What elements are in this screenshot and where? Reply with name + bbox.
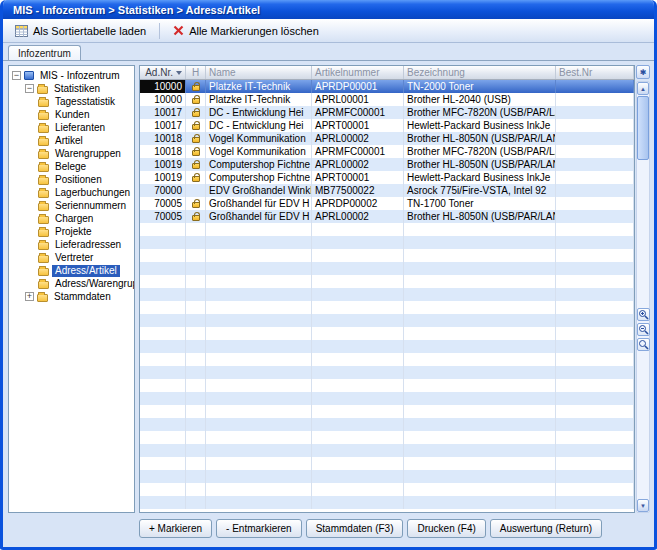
title-bar[interactable]: MIS - Infozentrum > Statistiken > Adress…	[3, 0, 654, 19]
tree-item-statistiken[interactable]: −Statistiken	[9, 82, 134, 95]
table-row-empty[interactable]	[140, 418, 634, 431]
cell-empty	[312, 470, 404, 483]
load-sort-table-button[interactable]: Als Sortiertabelle laden	[8, 22, 153, 40]
tree-item-adress-artikel[interactable]: Adress/Artikel	[9, 264, 134, 277]
tree-item-belege[interactable]: Belege	[9, 160, 134, 173]
table-row-empty[interactable]	[140, 262, 634, 275]
table-row-empty[interactable]	[140, 392, 634, 405]
column-header-bestnr[interactable]: Best.Nr	[556, 66, 634, 79]
column-config-button[interactable]: ✱	[636, 65, 650, 79]
cell-artikelnummer: APRL00001	[312, 93, 404, 106]
column-header-adnr[interactable]: Ad.Nr.	[140, 66, 186, 79]
table-row-empty[interactable]	[140, 340, 634, 353]
table-row[interactable]: 10000Platzke IT-TechnikAPRDP00001TN-2000…	[140, 80, 634, 93]
cell-empty	[312, 288, 404, 301]
table-row-empty[interactable]	[140, 457, 634, 470]
tree-item-artikel[interactable]: Artikel	[9, 134, 134, 147]
clear-marks-button[interactable]: Alle Markierungen löschen	[166, 22, 326, 40]
table-row[interactable]: 10019Computershop FichtneAPRT00001Hewlet…	[140, 171, 634, 184]
expand-icon[interactable]: +	[25, 292, 34, 301]
markieren-button[interactable]: + Markieren	[139, 519, 212, 538]
entmarkieren-button[interactable]: - Entmarkieren	[216, 519, 302, 538]
tree-item-warengruppen[interactable]: Warengruppen	[9, 147, 134, 160]
table-row-empty[interactable]	[140, 314, 634, 327]
cell-empty	[140, 340, 186, 353]
zoom-out-button[interactable]	[637, 323, 650, 336]
table-row[interactable]: 70000EDV Großhandel WinklMB77500022Asroc…	[140, 184, 634, 197]
table-row-empty[interactable]	[140, 444, 634, 457]
table-row-empty[interactable]	[140, 379, 634, 392]
table-row-empty[interactable]	[140, 236, 634, 249]
table-row-empty[interactable]	[140, 483, 634, 496]
cell-empty	[404, 405, 556, 418]
main-area: −MIS - Infozentrum−StatistikenTagesstati…	[8, 65, 650, 513]
table-row[interactable]: 10017DC - Entwicklung HeiAPRT00001Hewlet…	[140, 119, 634, 132]
cell-bezeichnung: TN-2000 Toner	[404, 80, 556, 93]
table-row[interactable]: 10018Vogel KommunikationAPRMFC00001Broth…	[140, 145, 634, 158]
cell-adnr: 10019	[140, 171, 186, 184]
cell-empty	[186, 457, 206, 470]
tree-item-lagerbuchungen[interactable]: Lagerbuchungen	[9, 186, 134, 199]
tree-item-positionen[interactable]: Positionen	[9, 173, 134, 186]
zoom-in-button[interactable]	[637, 308, 650, 321]
table-row-empty[interactable]	[140, 431, 634, 444]
tree-item-lieferadressen[interactable]: Lieferadressen	[9, 238, 134, 251]
folder-icon	[38, 151, 49, 159]
cell-bezeichnung: Hewlett-Packard Business InkJe	[404, 171, 556, 184]
tree-item-projekte[interactable]: Projekte	[9, 225, 134, 238]
stammdaten-f3-button[interactable]: Stammdaten (F3)	[306, 519, 404, 538]
collapse-icon[interactable]: −	[12, 71, 21, 80]
scroll-up-icon[interactable]: ▲	[637, 82, 649, 95]
table-row-empty[interactable]	[140, 223, 634, 236]
table-row-empty[interactable]	[140, 301, 634, 314]
tree-item-adress-warengruppen[interactable]: Adress/Warengruppen	[9, 277, 134, 290]
table-row-empty[interactable]	[140, 249, 634, 262]
collapse-icon[interactable]: −	[25, 84, 34, 93]
zoom-button[interactable]	[637, 338, 650, 351]
table-row-empty[interactable]	[140, 275, 634, 288]
drucken-f4-button[interactable]: Drucken (F4)	[407, 519, 485, 538]
tree-item-stammdaten[interactable]: +Stammdaten	[9, 290, 134, 303]
tree-item-mis-infozentrum[interactable]: −MIS - Infozentrum	[9, 69, 134, 82]
tree-item-kunden[interactable]: Kunden	[9, 108, 134, 121]
cell-bestnr	[556, 171, 634, 184]
cell-empty	[404, 431, 556, 444]
table-row-empty[interactable]	[140, 470, 634, 483]
column-header-artikelnummer[interactable]: Artikelnummer	[312, 66, 404, 79]
table-row-empty[interactable]	[140, 496, 634, 509]
table-row[interactable]: 70005Großhandel für EDV HAPRL00002Brothe…	[140, 210, 634, 223]
scrollbar-thumb[interactable]	[637, 96, 649, 160]
scroll-down-icon[interactable]: ▼	[637, 499, 649, 512]
tab-infozentrum[interactable]: Infozentrum	[8, 45, 81, 60]
column-header-h[interactable]: H	[186, 66, 206, 79]
cell-empty	[186, 327, 206, 340]
vertical-scrollbar[interactable]: ▲	[636, 81, 650, 513]
column-header-name[interactable]: Name	[206, 66, 312, 79]
table-row[interactable]: 10000Platzke IT-TechnikAPRL00001Brother …	[140, 93, 634, 106]
cell-empty	[206, 405, 312, 418]
cell-bestnr	[556, 197, 634, 210]
table-row-empty[interactable]	[140, 288, 634, 301]
cell-empty	[206, 496, 312, 509]
tree-item-tagesstatistik[interactable]: Tagesstatistik	[9, 95, 134, 108]
tree-item-lieferanten[interactable]: Lieferanten	[9, 121, 134, 134]
cell-empty	[312, 379, 404, 392]
tree-item-seriennummern[interactable]: Seriennummern	[9, 199, 134, 212]
folder-icon	[38, 229, 49, 237]
sort-desc-icon	[176, 71, 182, 75]
auswertung-return-button[interactable]: Auswertung (Return)	[490, 519, 602, 538]
tree-item-chargen[interactable]: Chargen	[9, 212, 134, 225]
column-header-bezeichnung[interactable]: Bezeichnung	[404, 66, 556, 79]
table-row[interactable]: 10019Computershop FichtneAPRL00002Brothe…	[140, 158, 634, 171]
table-row-empty[interactable]	[140, 353, 634, 366]
cell-empty	[404, 496, 556, 509]
table-row-empty[interactable]	[140, 366, 634, 379]
table-row[interactable]: 10017DC - Entwicklung HeiAPRMFC00001Brot…	[140, 106, 634, 119]
table-row-empty[interactable]	[140, 327, 634, 340]
tree-item-label: Warengruppen	[52, 148, 124, 160]
column-header-label: Name	[209, 67, 236, 78]
table-row[interactable]: 70005Großhandel für EDV HAPRDP00002TN-17…	[140, 197, 634, 210]
tree-item-vertreter[interactable]: Vertreter	[9, 251, 134, 264]
table-row-empty[interactable]	[140, 405, 634, 418]
table-row[interactable]: 10018Vogel KommunikationAPRL00002Brother…	[140, 132, 634, 145]
